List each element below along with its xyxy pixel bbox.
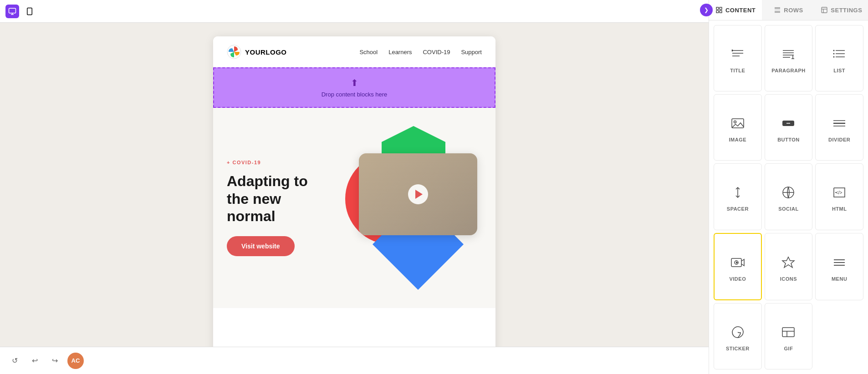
- nav-support[interactable]: Support: [461, 49, 482, 56]
- logo-icon: [227, 45, 241, 59]
- nav-school[interactable]: School: [359, 49, 378, 56]
- image-label: IMAGE: [729, 137, 747, 142]
- user-avatar: AC: [67, 353, 84, 369]
- hero-section: + COVID-19 Adapting to the new normal Vi…: [213, 108, 495, 308]
- svg-text:</>: </>: [836, 190, 842, 195]
- email-preview: YOURLOGO School Learners COVID-19 Suppor…: [213, 36, 495, 347]
- hero-title: Adapting to the new normal: [227, 172, 327, 225]
- desktop-view-button[interactable]: [5, 5, 19, 18]
- drop-zone-text: Drop content blocks here: [322, 91, 388, 98]
- content-item-paragraph[interactable]: PARAGRAPH: [765, 25, 813, 91]
- sticker-icon: [729, 323, 747, 341]
- divider-label: DIVIDER: [828, 137, 850, 142]
- play-button[interactable]: [408, 184, 428, 204]
- content-item-image[interactable]: IMAGE: [714, 94, 762, 161]
- sticker-label: STICKER: [726, 346, 750, 351]
- panel-toggle-button[interactable]: ❯: [700, 4, 713, 16]
- tab-settings[interactable]: SETTINGS: [815, 0, 868, 20]
- main-area: YOURLOGO School Learners COVID-19 Suppor…: [0, 0, 709, 374]
- video-icon: [729, 253, 747, 272]
- undo-button[interactable]: ↩: [27, 354, 42, 368]
- title-label: TITLE: [730, 68, 745, 73]
- gif-icon: [779, 323, 797, 341]
- history-button[interactable]: ↺: [7, 354, 22, 368]
- image-icon: [729, 114, 747, 132]
- content-item-spacer[interactable]: SPACER: [714, 163, 762, 230]
- social-label: SOCIAL: [778, 206, 799, 212]
- content-tab-icon: [715, 6, 723, 14]
- video-label: VIDEO: [729, 276, 746, 282]
- spacer-icon: [729, 183, 747, 202]
- svg-rect-6: [716, 7, 719, 10]
- hero-right: [336, 126, 482, 290]
- mobile-view-button[interactable]: [23, 5, 36, 18]
- icons-icon: [779, 253, 797, 272]
- content-item-video[interactable]: VIDEO: [714, 233, 762, 300]
- hero-left: + COVID-19 Adapting to the new normal Vi…: [227, 160, 327, 256]
- divider-icon: [830, 114, 848, 132]
- panel-tabs: ❯ CONTENT ROWS SETTINGS: [709, 0, 868, 20]
- nav-links: School Learners COVID-19 Support: [359, 49, 482, 56]
- redo-button[interactable]: ↪: [47, 354, 62, 368]
- content-item-social[interactable]: SOCIAL: [765, 163, 813, 230]
- drop-zone[interactable]: ⬆ Drop content blocks here: [213, 67, 495, 108]
- email-nav: YOURLOGO School Learners COVID-19 Suppor…: [213, 36, 495, 67]
- paragraph-label: PARAGRAPH: [771, 68, 806, 73]
- list-icon: [830, 45, 848, 63]
- html-icon: </>: [830, 183, 848, 202]
- content-item-title[interactable]: TITLE: [714, 25, 762, 91]
- svg-rect-8: [716, 10, 719, 13]
- upload-icon: ⬆: [351, 77, 358, 88]
- tab-rows[interactable]: ROWS: [762, 0, 815, 20]
- content-item-menu[interactable]: MENU: [815, 233, 863, 300]
- button-label: BUTTON: [777, 137, 800, 142]
- button-icon: [779, 114, 797, 132]
- menu-icon: [830, 253, 848, 272]
- svg-rect-7: [720, 7, 722, 10]
- list-label: LIST: [833, 68, 845, 73]
- icons-label: ICONS: [780, 276, 797, 282]
- logo-area: YOURLOGO: [227, 45, 287, 59]
- menu-label: MENU: [832, 276, 847, 282]
- content-item-gif[interactable]: GIF: [765, 303, 813, 369]
- canvas-area: YOURLOGO School Learners COVID-19 Suppor…: [0, 23, 709, 347]
- svg-rect-3: [27, 8, 32, 15]
- top-toolbar: [0, 0, 709, 23]
- bottom-toolbar: ↺ ↩ ↪ AC: [0, 347, 709, 374]
- svg-point-34: [734, 121, 736, 123]
- paragraph-icon: [779, 45, 797, 63]
- nav-covid[interactable]: COVID-19: [423, 49, 450, 56]
- settings-tab-icon: [821, 6, 828, 14]
- right-panel: ❯ CONTENT ROWS SETTINGS: [709, 0, 868, 374]
- visit-website-button[interactable]: Visit website: [227, 236, 295, 256]
- video-thumbnail: [359, 153, 477, 235]
- svg-rect-14: [822, 7, 827, 13]
- content-item-divider[interactable]: DIVIDER: [815, 94, 863, 161]
- content-item-sticker[interactable]: STICKER: [714, 303, 762, 369]
- covid-tag: + COVID-19: [227, 160, 327, 165]
- content-item-button[interactable]: BUTTON: [765, 94, 813, 161]
- video-card[interactable]: [359, 153, 477, 235]
- content-grid: TITLE PARAGRAPH: [709, 20, 868, 374]
- tab-content[interactable]: CONTENT: [709, 0, 762, 20]
- svg-rect-9: [720, 10, 722, 13]
- spacer-label: SPACER: [727, 206, 749, 212]
- content-item-html[interactable]: </> HTML: [815, 163, 863, 230]
- social-icon: [779, 183, 797, 202]
- gif-label: GIF: [784, 346, 793, 351]
- logo-text: YOURLOGO: [245, 48, 287, 56]
- svg-rect-50: [782, 328, 794, 337]
- title-icon: [729, 45, 747, 63]
- nav-learners[interactable]: Learners: [388, 49, 412, 56]
- svg-marker-46: [782, 257, 794, 268]
- content-item-list[interactable]: LIST: [815, 25, 863, 91]
- content-item-icons[interactable]: ICONS: [765, 233, 813, 300]
- svg-rect-0: [9, 8, 16, 13]
- html-label: HTML: [832, 206, 847, 212]
- rows-tab-icon: [774, 6, 781, 14]
